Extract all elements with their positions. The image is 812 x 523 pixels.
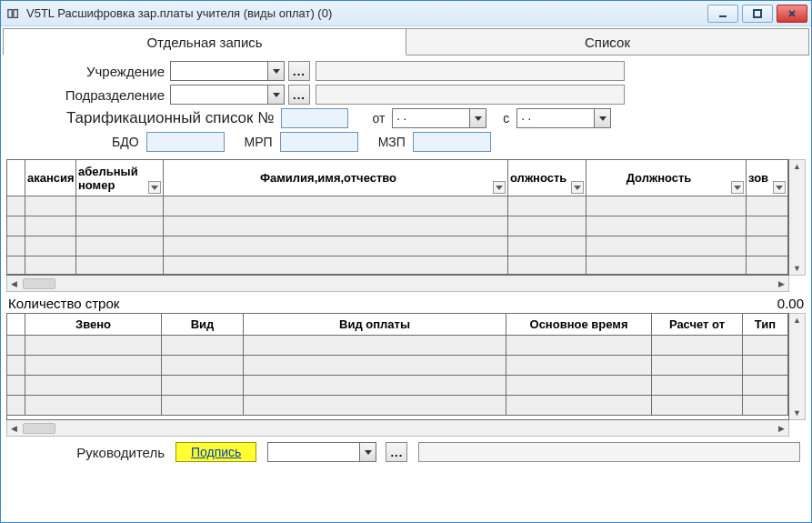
from-date-combo[interactable]: . .: [392, 108, 486, 128]
col-label: Расчет от: [669, 317, 725, 331]
col-main-time[interactable]: Основное время: [506, 314, 652, 336]
scroll-right-icon[interactable]: ▶: [775, 424, 788, 433]
col-tab-number[interactable]: абельный номер: [76, 160, 164, 196]
col-zov[interactable]: зов: [747, 160, 788, 196]
tab-label: Список: [585, 35, 630, 50]
window-title: V5TL Расшифровка зар.платы учителя (виды…: [26, 6, 707, 20]
chevron-down-icon[interactable]: [359, 443, 376, 461]
minimize-button[interactable]: [707, 5, 738, 23]
scroll-down-icon[interactable]: ▼: [793, 264, 801, 273]
col-level[interactable]: Звено: [25, 314, 162, 336]
table-row[interactable]: [7, 216, 788, 236]
col-label: Тип: [755, 317, 776, 331]
filter-icon[interactable]: [148, 181, 161, 194]
scroll-left-icon[interactable]: ◀: [7, 424, 21, 433]
payments-grid[interactable]: Звено Вид Вид оплаты Основное время Расч…: [6, 313, 789, 420]
manager-combo[interactable]: [267, 442, 376, 462]
app-window: V5TL Расшифровка зар.платы учителя (виды…: [0, 0, 812, 523]
col-kind[interactable]: Вид: [162, 314, 244, 336]
chevron-down-icon[interactable]: [267, 62, 284, 80]
scroll-up-icon[interactable]: ▲: [793, 162, 801, 171]
sign-button[interactable]: Подпись: [175, 442, 256, 462]
department-browse-button[interactable]: ...: [288, 85, 310, 105]
bdo-label: БДО: [112, 135, 139, 149]
combo-value: . .: [393, 109, 469, 127]
close-button[interactable]: [777, 5, 807, 23]
grid2-hscroll[interactable]: ◀ ▶: [6, 420, 789, 437]
col-label: зов: [748, 171, 768, 185]
filter-icon[interactable]: [731, 181, 744, 194]
scroll-up-icon[interactable]: ▲: [793, 316, 801, 325]
col-selector[interactable]: [7, 160, 25, 196]
combo-value: [268, 443, 359, 461]
col-label: Фамилия,имя,отчество: [260, 171, 396, 185]
col-position[interactable]: Должность: [586, 160, 747, 196]
manager-display: [418, 442, 800, 462]
col-type[interactable]: Тип: [743, 314, 788, 336]
manager-label: Руководитель: [12, 445, 170, 460]
table-row[interactable]: [7, 196, 788, 216]
mzp-input[interactable]: [413, 132, 491, 152]
institution-combo[interactable]: [170, 61, 285, 81]
maximize-button[interactable]: [742, 5, 773, 23]
col-label: Звено: [75, 317, 111, 331]
institution-browse-button[interactable]: ...: [288, 61, 310, 81]
table-row[interactable]: [7, 336, 788, 356]
institution-label: Учреждение: [12, 64, 170, 79]
tariff-number-input[interactable]: [281, 108, 348, 128]
scroll-thumb[interactable]: [23, 278, 55, 289]
titlebar: V5TL Расшифровка зар.платы учителя (виды…: [1, 1, 811, 26]
tab-single-record[interactable]: Отдельная запись: [3, 28, 406, 55]
table-row[interactable]: [7, 236, 788, 256]
table-row[interactable]: [7, 396, 788, 416]
col-selector[interactable]: [7, 314, 25, 336]
scroll-left-icon[interactable]: ◀: [7, 279, 21, 288]
table-row[interactable]: [7, 356, 788, 376]
scroll-down-icon[interactable]: ▼: [793, 408, 801, 417]
tariff-label: Тарификационный список №: [66, 109, 274, 127]
col-label: акансия: [27, 171, 75, 185]
col-fullname[interactable]: Фамилия,имя,отчество: [164, 160, 508, 196]
tab-list[interactable]: Список: [406, 28, 809, 55]
table-row[interactable]: [7, 256, 788, 275]
scroll-thumb[interactable]: [23, 423, 55, 434]
grid1-vscroll[interactable]: ▲ ▼: [789, 159, 806, 276]
bdo-input[interactable]: [146, 132, 225, 152]
chevron-down-icon[interactable]: [469, 109, 486, 127]
view-tabs: Отдельная запись Список: [3, 28, 809, 55]
filter-icon[interactable]: [773, 181, 786, 194]
manager-browse-button[interactable]: ...: [386, 442, 407, 462]
grid1-hscroll[interactable]: ◀ ▶: [6, 276, 789, 292]
sign-button-label: Подпись: [191, 445, 241, 459]
col-payment-kind[interactable]: Вид оплаты: [244, 314, 506, 336]
mrp-input[interactable]: [280, 132, 358, 152]
institution-display: [316, 61, 625, 81]
col-position-code[interactable]: олжность: [508, 160, 586, 196]
svg-rect-1: [14, 9, 17, 17]
col-label: абельный номер: [78, 165, 146, 192]
mrp-label: МРП: [245, 135, 273, 149]
combo-value: . .: [517, 109, 594, 127]
since-date-combo[interactable]: . .: [516, 108, 611, 128]
scroll-right-icon[interactable]: ▶: [775, 279, 788, 288]
table-row[interactable]: [7, 376, 788, 396]
chevron-down-icon[interactable]: [267, 85, 284, 104]
since-label: с: [503, 111, 509, 126]
svg-rect-3: [754, 10, 761, 17]
col-vacancy[interactable]: акансия: [25, 160, 76, 196]
mzp-label: МЗП: [378, 135, 406, 149]
department-combo[interactable]: [170, 85, 285, 105]
filter-icon[interactable]: [493, 181, 506, 194]
col-label: Вид оплаты: [339, 317, 410, 331]
row-count-label: Количество строк: [8, 296, 119, 311]
combo-value: [171, 62, 267, 80]
row-count-value: 0.00: [777, 296, 804, 311]
grid2-vscroll[interactable]: ▲ ▼: [789, 313, 806, 420]
col-label: Вид: [191, 317, 215, 331]
col-calc-from[interactable]: Расчет от: [652, 314, 743, 336]
col-label: Основное время: [530, 317, 628, 331]
employees-grid[interactable]: акансия абельный номер Фамилия,имя,отчес…: [6, 159, 789, 276]
chevron-down-icon[interactable]: [594, 109, 610, 127]
from-label: от: [372, 111, 385, 126]
filter-icon[interactable]: [571, 181, 584, 194]
